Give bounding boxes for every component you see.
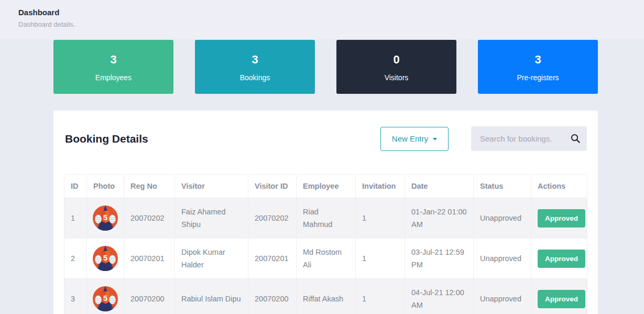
stat-card-bookings[interactable]: 3 Bookings [195,40,315,94]
stat-card-preregisters[interactable]: 3 Pre-registers [478,40,598,94]
svg-text:5: 5 [103,294,107,302]
svg-text:5: 5 [103,213,107,222]
stat-value: 3 [110,54,116,66]
approve-button[interactable]: Approved [538,290,585,308]
cell-actions: Approved [531,198,587,239]
column-header: Actions [531,175,587,198]
status-text: Unapproved [474,239,531,279]
stats-row: 3 Employees 3 Bookings 0 Visitors 3 Pre-… [53,40,598,94]
status-text: Unapproved [474,279,531,314]
cell-id: 2 [64,239,87,279]
new-entry-label: New Entry [392,134,428,143]
cell-actions: Approved [531,279,587,314]
avatar-html5-superhero: 5 [93,286,118,311]
bookings-table: IDPhotoReg NoVisitorVisitor IDEmployeeIn… [64,174,587,314]
avatar-html5-superhero: 5 [93,205,118,231]
search-icon[interactable] [571,134,580,143]
new-entry-button[interactable]: New Entry [380,127,449,151]
cell-employee: Riffat Akash [297,279,356,314]
search-input[interactable] [471,126,587,151]
table-row: 1 5 20070202 Faiz Ahamed Shipu [64,198,587,239]
column-header: Photo [87,175,124,198]
cell-visitor: Dipok Kumar Halder [175,239,248,279]
chevron-down-icon [433,138,437,140]
column-header: Visitor ID [248,175,297,198]
booking-details-panel: Booking Details New Entry [53,111,598,314]
stat-value: 0 [393,54,399,66]
stat-card-visitors[interactable]: 0 Visitors [336,40,456,94]
table-header-row: IDPhotoReg NoVisitorVisitor IDEmployeeIn… [64,175,587,198]
column-header: Invitation [356,175,405,198]
cell-date: 01-Jan-22 01:00 AM [405,198,474,239]
cell-reg-no: 20070200 [124,279,175,314]
cell-date: 03-Jul-21 12:59 PM [405,239,474,279]
stat-label: Employees [95,74,132,81]
column-header: Status [474,175,531,198]
search-box [471,126,587,151]
cell-actions: Approved [531,239,587,279]
cell-visitor-id: 20070200 [248,279,297,314]
cell-visitor-id: 20070201 [248,239,297,279]
cell-employee: Md Rostom Ali [297,239,356,279]
table-row: 3 5 20070200 Rabiul Islam Dipu [64,279,587,314]
cell-invitation: 1 [356,198,405,239]
cell-date: 04-Jul-21 12:00 AM [405,279,474,314]
cell-photo: 5 [87,198,124,239]
cell-visitor: Faiz Ahamed Shipu [175,198,248,239]
svg-text:5: 5 [103,253,107,262]
table-row: 2 5 20070201 Dipok Kumar Halder [64,239,587,279]
column-header: Visitor [175,175,248,198]
cell-invitation: 1 [356,239,405,279]
avatar-html5-superhero: 5 [93,246,118,271]
status-text: Unapproved [474,198,531,239]
column-header: Reg No [124,175,175,198]
cell-employee: Riad Mahmud [297,198,356,239]
page-title: Dashboard [18,8,644,17]
stat-value: 3 [534,54,541,66]
cell-reg-no: 20070202 [124,198,175,239]
cell-photo: 5 [87,239,124,279]
column-header: ID [64,175,87,198]
approve-button[interactable]: Approved [538,209,585,228]
cell-photo: 5 [87,279,124,314]
stat-label: Pre-registers [517,74,559,81]
stat-value: 3 [252,54,258,66]
page-header: Dashboard Dashboard details. [0,0,644,39]
column-header: Employee [297,175,356,198]
column-header: Date [405,175,474,198]
cell-invitation: 1 [356,279,405,314]
stat-label: Visitors [385,74,409,81]
page-subtitle: Dashboard details. [18,20,644,28]
stat-card-employees[interactable]: 3 Employees [53,40,173,94]
cell-visitor-id: 20070202 [248,198,297,239]
cell-id: 3 [64,279,87,314]
cell-visitor: Rabiul Islam Dipu [175,279,248,314]
approve-button[interactable]: Approved [538,250,585,268]
stat-label: Bookings [240,74,270,81]
cell-id: 1 [64,198,87,239]
cell-reg-no: 20070201 [124,239,175,279]
section-title: Booking Details [65,133,148,145]
